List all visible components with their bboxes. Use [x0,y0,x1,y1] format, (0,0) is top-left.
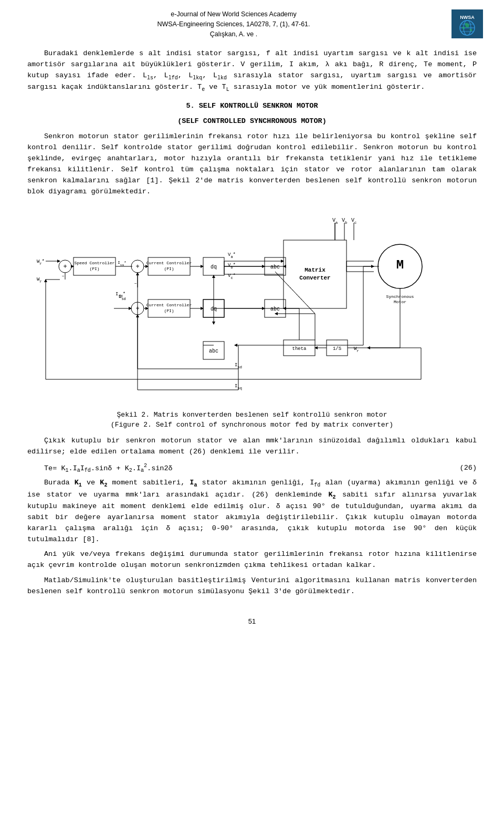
svg-text:Speed Controller: Speed Controller [75,261,115,265]
svg-text:(PI): (PI) [89,266,99,271]
svg-text:(PI): (PI) [164,308,174,313]
svg-text:−: − [62,274,65,278]
section-5-subtitle: (SELF CONTROLLED SYNCHRONOUS MOTOR) [27,116,477,127]
svg-text:Converter: Converter [299,275,330,281]
svg-text:M: M [396,258,404,272]
paragraph-1: Buradaki denklemlerde s alt indisi stato… [27,48,477,94]
paragraph-2: Senkron motorun stator gerilimlerinin fr… [27,131,477,198]
svg-text:1/S: 1/S [333,346,341,351]
svg-text:−: − [134,281,137,286]
svg-text:dq: dq [211,306,217,312]
svg-text:Current Controller: Current Controller [146,303,192,307]
block-diagram-svg: Va Vb Vc Wr* Wr + − Speed Contro [27,206,479,406]
svg-text:abc: abc [270,264,280,270]
paragraph-6: Matlab/Simulink'te oluşturulan basitleşt… [27,575,477,597]
formula-26: Te= K1.IaIfd.sinδ + K2.Ia2.sin2δ (26) [27,462,477,475]
section-5-title: 5. SELF KONTROLLÜ SENKRON MOTOR [27,101,477,112]
svg-text:abc: abc [270,306,280,312]
svg-text:NWSA: NWSA [460,15,475,20]
page-header: e-Journal of New World Sciences Academy … [0,0,504,43]
journal-logo: NWSA [452,9,483,38]
svg-text:dq: dq [211,264,217,270]
svg-text:theta: theta [292,346,307,351]
formula-number: (26) [460,463,477,474]
svg-text:+: + [135,263,139,271]
paragraph-3: Çıkık kutuplu bir senkron motorun stator… [27,436,477,458]
block-diagram-container: Va Vb Vc Wr* Wr + − Speed Contro [27,206,477,406]
page: e-Journal of New World Sciences Academy … [0,0,504,817]
page-number: 51 [0,617,504,625]
paragraph-4: Burada K1 ve K2 moment sabitleri, Ia sta… [27,478,477,545]
main-content: Buradaki denklemlerde s alt indisi stato… [0,43,504,612]
svg-text:(PI): (PI) [164,266,174,271]
figure-caption: Şekil 2. Matris konverterden beslenen se… [27,410,477,430]
svg-text:Matrix: Matrix [304,267,326,273]
paragraph-5: Ani yük ve/veya frekans değişimi durumun… [27,549,477,571]
svg-rect-7 [27,206,479,406]
svg-text:abc: abc [209,348,218,354]
formula-content: Te= K1.IaIfd.sinδ + K2.Ia2.sin2δ [27,462,460,475]
svg-text:Current Controller: Current Controller [146,261,192,265]
journal-info: e-Journal of New World Sciences Academy … [21,9,446,39]
svg-text:+: + [63,263,67,271]
